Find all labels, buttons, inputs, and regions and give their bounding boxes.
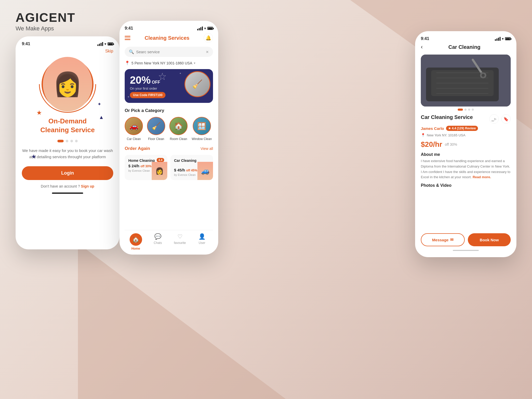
nav-favourite[interactable]: ♡ favourite: [169, 233, 191, 250]
car-image-visual: [421, 55, 511, 107]
dot-1: [57, 140, 64, 142]
hero-person-image: 👩: [43, 57, 92, 111]
triangle-decoration-1: ▲: [99, 114, 104, 120]
category-room-image: 🏠: [169, 117, 188, 135]
provider-location: 📍 New York NY. 10165 USA: [421, 133, 511, 137]
order-section-title: Order Again: [125, 146, 150, 151]
home-indicator-1: [52, 192, 83, 194]
search-clear-icon[interactable]: ✕: [206, 50, 209, 54]
order-section-header: Order Again View all: [125, 146, 213, 151]
wifi-icon-2: ▾: [204, 26, 206, 30]
share-button[interactable]: ⎯▷: [489, 114, 499, 124]
bg-decoration-bottom: [78, 243, 286, 399]
message-icon: ✉: [450, 237, 454, 242]
promo-banner: 20% OFF On your first order Use Code FIR…: [125, 69, 213, 103]
location-detail-text: New York NY. 10165 USA: [427, 133, 466, 137]
status-bar-2: 9:41 ▾: [125, 26, 213, 31]
img-dot-3: [468, 109, 470, 111]
img-dot-2: [464, 109, 467, 111]
category-window[interactable]: 🪟 Window Clean: [192, 117, 212, 141]
review-count: (129) Review: [457, 127, 476, 130]
star-icon: ★: [448, 127, 451, 130]
signup-link[interactable]: Sign up: [81, 184, 94, 188]
detail-page-title: Car Cleaning: [426, 44, 503, 50]
book-now-button[interactable]: Book Now: [468, 233, 511, 246]
svg-point-10: [482, 74, 485, 77]
login-phone: 9:41 ▾ Skip 👩 ★ ✦ ★ ▲ ▲: [16, 36, 119, 249]
brand-logo: AGICENT We Make Apps: [16, 10, 75, 32]
service-actions: ⎯▷ 🔖: [489, 114, 511, 124]
nav-home[interactable]: 🏠 Home: [125, 233, 147, 250]
dot-2: [66, 140, 68, 142]
price-row: $20/hr off 30%: [421, 140, 511, 149]
category-car-label: Car Clean: [127, 137, 141, 141]
img-dot-1: [458, 109, 463, 111]
location-row[interactable]: 📍 5 Penn New York NY 1001-1860 USA ▾: [125, 61, 213, 65]
order-card-home[interactable]: Home Cleaning 4.4 $ 24/h off 30% by Even…: [125, 155, 167, 180]
person-placeholder: 👩: [53, 71, 82, 98]
read-more-link[interactable]: Read more.: [473, 175, 491, 179]
nav-chats[interactable]: 💬 Chats: [147, 233, 169, 250]
order-car-image: 🚙: [197, 162, 213, 180]
dot-3: [70, 140, 73, 142]
brand-name: AGICENT: [16, 10, 75, 25]
status-bar-1: 9:41 ▾: [22, 42, 113, 46]
bottom-navigation: 🏠 Home 💬 Chats ♡ favourite 👤 User: [125, 230, 213, 255]
status-time-2: 9:41: [125, 26, 133, 31]
svg-text:★: ★: [127, 95, 130, 98]
login-button[interactable]: Login: [22, 166, 113, 180]
home-phone: 9:41 ▾ Cleaning Services 🔔: [119, 21, 218, 255]
status-bar-3: 9:41 ▾: [421, 36, 511, 41]
category-car[interactable]: 🚗 Car Clean: [125, 117, 143, 141]
service-header-row: Car Cleaning Service ⎯▷ 🔖: [421, 114, 511, 124]
back-button[interactable]: ‹: [421, 44, 423, 50]
nav-favourite-label: favourite: [174, 241, 186, 245]
status-time-1: 9:41: [22, 42, 30, 46]
category-window-label: Window Clean: [192, 137, 212, 141]
notification-bell[interactable]: 🔔: [204, 33, 213, 43]
brand-tagline: We Make Apps: [16, 25, 75, 32]
nav-chats-icon: 💬: [154, 233, 161, 240]
category-floor-label: Floor Clean: [148, 137, 164, 141]
nav-home-label: Home: [131, 247, 140, 250]
search-input[interactable]: [136, 50, 204, 54]
promo-code-button[interactable]: Use Code FIRST100: [130, 92, 165, 98]
carousel-dots: [22, 140, 113, 142]
battery-icon-3: [505, 37, 511, 40]
message-button[interactable]: Message ✉: [421, 233, 465, 246]
price-value: $20/hr: [421, 140, 442, 149]
view-all-button[interactable]: View all: [201, 147, 213, 151]
category-floor[interactable]: 🧹 Floor Clean: [147, 117, 165, 141]
categories-list: 🚗 Car Clean 🧹 Floor Clean 🏠 Room Clean 🪟…: [125, 117, 213, 141]
hamburger-menu[interactable]: [125, 36, 130, 40]
signal-icon: [97, 42, 103, 46]
location-pin-icon: 📍: [125, 61, 130, 65]
nav-home-icon: 🏠: [130, 233, 142, 246]
category-room-label: Room Clean: [170, 137, 187, 141]
home-indicator-3: [453, 250, 479, 251]
rating-badge: ★ 4.4 (129) Review: [446, 126, 478, 131]
signal-icon-2: [197, 26, 203, 30]
location-text: 5 Penn New York NY 1001-1860 USA: [131, 61, 192, 65]
service-name: Car Cleaning Service: [421, 114, 489, 120]
battery-icon: [108, 42, 113, 45]
star-decoration-3: ★: [31, 153, 36, 160]
star-decoration-1: ★: [36, 109, 42, 116]
about-text: I have extensive food handling experienc…: [421, 158, 511, 180]
provider-row: James Carlo ★ 4.4 (129) Review: [421, 126, 511, 131]
nav-user-icon: 👤: [198, 233, 205, 240]
category-window-image: 🪟: [193, 117, 211, 135]
promo-percent: 20% OFF: [130, 74, 208, 86]
order-card-car[interactable]: Car Cleaning $ 45/h off 45% by Evenox Cl…: [170, 155, 213, 180]
nav-user[interactable]: 👤 User: [191, 233, 213, 250]
location-pin-icon-3: 📍: [421, 133, 425, 137]
search-bar[interactable]: 🔍 ✕: [125, 47, 213, 57]
location-dropdown-icon: ▾: [194, 61, 195, 65]
bookmark-button[interactable]: 🔖: [501, 114, 511, 124]
nav-user-label: User: [199, 241, 205, 245]
about-title: About me: [421, 152, 511, 157]
skip-button[interactable]: Skip: [22, 49, 113, 54]
category-room[interactable]: 🏠 Room Clean: [169, 117, 188, 141]
signal-icon-3: [495, 37, 501, 41]
home-header: Cleaning Services 🔔: [125, 33, 213, 43]
